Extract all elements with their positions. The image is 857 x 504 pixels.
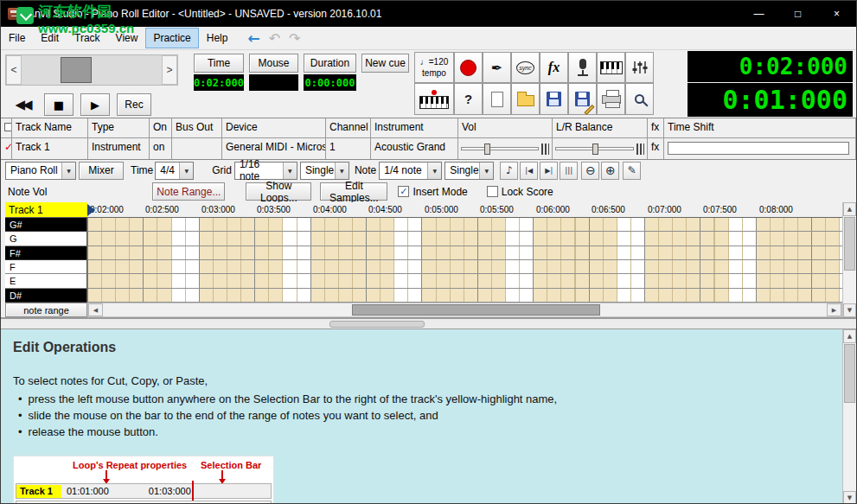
volume-slider[interactable] (461, 147, 539, 150)
volume-thumb[interactable] (484, 144, 490, 155)
save-button[interactable] (540, 83, 568, 115)
sync-button[interactable]: sync (511, 52, 540, 83)
panel-splitter[interactable] (1, 318, 856, 329)
compose-button[interactable]: ✒ (483, 52, 511, 83)
duration-button[interactable]: Duration (304, 54, 356, 73)
chevron-down-icon[interactable]: ▼ (61, 163, 75, 179)
keyboard-view-button[interactable] (597, 52, 625, 83)
time-signature-select[interactable]: 4/4 ▼ (155, 162, 194, 180)
save-as-button[interactable] (568, 83, 597, 115)
piano-key-e[interactable]: E (5, 274, 86, 288)
menu-practice[interactable]: Practice (145, 28, 198, 48)
help-scrollbar-thumb[interactable] (844, 344, 855, 403)
help-vertical-scrollbar[interactable]: ▲ ▼ (842, 329, 856, 504)
title-bar[interactable]: Anvil Studio - Piano Roll Editor - <Unti… (1, 1, 856, 27)
selection-bar[interactable]: 0:02:000 0:02:500 0:03:000 0:03:500 0:04… (87, 202, 842, 217)
scroll-up-icon[interactable]: ▲ (843, 329, 856, 343)
record-keyboard-button[interactable] (414, 83, 454, 115)
note-grid[interactable] (87, 218, 842, 303)
effects-button[interactable]: fx (540, 52, 568, 83)
piano-key-fsharp[interactable]: F# (5, 246, 86, 260)
back-arrow-icon[interactable]: ← (247, 32, 259, 44)
goto-end-button[interactable]: ▶| (540, 162, 558, 180)
view-select[interactable]: Piano Roll ▼ (5, 162, 76, 180)
note-duration-select[interactable]: 1/4 note ▼ (379, 162, 442, 180)
piano-roll-vertical-scrollbar[interactable]: ▲ ▼ (842, 202, 856, 317)
time-button[interactable]: Time (194, 54, 244, 73)
note-mode-select[interactable]: Single ▼ (444, 162, 494, 180)
insert-mode-checkbox[interactable]: ✓ (398, 186, 409, 197)
vertical-scrollbar-thumb[interactable] (844, 217, 855, 271)
help-button[interactable]: ? (454, 83, 483, 115)
scroll-left-icon[interactable]: ◀ (88, 303, 103, 316)
minimize-button[interactable]: — (739, 1, 778, 27)
zoom-button[interactable] (625, 83, 654, 115)
track-bus-out-cell[interactable] (172, 138, 222, 159)
zoom-in-icon[interactable]: ⊕ (601, 162, 619, 180)
song-position-slider[interactable]: < > (5, 54, 178, 86)
pencil-icon[interactable]: ✎ (623, 162, 641, 180)
balance-slider[interactable] (555, 147, 634, 150)
track-type-cell[interactable]: Instrument (88, 138, 150, 159)
slider-thumb[interactable] (61, 57, 92, 83)
balance-thumb[interactable] (592, 144, 598, 155)
track-device-cell[interactable]: General MIDI - Microso (222, 138, 326, 159)
menu-help[interactable]: Help (199, 28, 236, 48)
scroll-right-icon[interactable]: ▶ (827, 303, 841, 316)
piano-key-g[interactable]: G (5, 232, 86, 246)
piano-key-f[interactable]: F (5, 260, 86, 274)
tempo-button[interactable]: ♩=120 tempo (414, 52, 454, 83)
horizontal-scrollbar-thumb[interactable] (352, 304, 600, 316)
piano-key-gsharp[interactable]: G# (5, 218, 86, 232)
redo-icon[interactable]: ↷ (289, 30, 300, 47)
track-instrument-cell[interactable]: Acoustic Grand (371, 138, 458, 159)
track-fx-cell[interactable]: fx (648, 138, 664, 159)
scroll-down-icon[interactable]: ▼ (843, 303, 856, 317)
play-button[interactable]: ▶ (80, 93, 110, 116)
chevron-down-icon[interactable]: ▼ (179, 163, 193, 179)
piano-key-dsharp[interactable]: D# (5, 289, 86, 303)
track-name-cell[interactable]: Track 1 (12, 138, 88, 159)
chevron-down-icon[interactable]: ▼ (283, 163, 297, 179)
goto-start-button[interactable]: |◀ (520, 162, 538, 180)
scroll-up-icon[interactable]: ▲ (843, 202, 856, 216)
edit-samples-button[interactable]: Edit Samples... (320, 182, 387, 201)
time-shift-input[interactable] (668, 142, 849, 155)
metronome-button[interactable]: ♪ (500, 162, 518, 180)
new-file-button[interactable] (483, 83, 511, 115)
zoom-out-icon[interactable]: ⊖ (581, 162, 599, 180)
scroll-down-icon[interactable]: ▼ (843, 491, 856, 504)
chevron-down-icon[interactable]: ▼ (427, 163, 441, 179)
track-on-cell[interactable]: on (150, 138, 172, 159)
grid-note-select[interactable]: 1/16 note ▼ (234, 162, 297, 180)
note-range-button[interactable]: Note Range... (152, 182, 225, 201)
mixer-view-button[interactable] (625, 52, 654, 83)
mouse-button[interactable]: Mouse (249, 54, 298, 73)
menu-file[interactable]: File (1, 28, 33, 48)
menu-edit[interactable]: Edit (33, 28, 67, 48)
chevron-down-icon[interactable]: ▼ (479, 163, 493, 179)
undo-icon[interactable]: ↶ (269, 30, 280, 47)
chevron-down-icon[interactable]: ▼ (335, 163, 349, 179)
splitter-handle[interactable] (329, 321, 425, 328)
slider-right-icon[interactable]: > (162, 55, 177, 85)
record-midi-button[interactable] (454, 52, 483, 83)
maximize-button[interactable]: □ (778, 1, 817, 27)
track-label[interactable]: Track 1 (5, 202, 87, 217)
lock-score-checkbox[interactable] (487, 186, 498, 197)
menu-view[interactable]: View (108, 28, 146, 48)
audio-record-button[interactable] (568, 52, 597, 83)
select-all-header[interactable] (1, 118, 12, 138)
open-file-button[interactable] (511, 83, 540, 115)
new-cue-button[interactable]: New cue (361, 54, 409, 73)
note-range-small-button[interactable]: note range (5, 303, 87, 317)
track-select-cell[interactable]: ✓ (1, 138, 12, 159)
rewind-button[interactable]: ◀◀ (8, 97, 37, 112)
grid-mode-select[interactable]: Single ▼ (300, 162, 349, 180)
mixer-button[interactable]: Mixer (79, 162, 124, 180)
menu-track[interactable]: Track (67, 28, 108, 48)
meter-bars-button[interactable]: ||| (560, 162, 578, 180)
track-channel-cell[interactable]: 1 (326, 138, 371, 159)
slider-left-icon[interactable]: < (6, 55, 22, 85)
slider-track[interactable] (22, 55, 162, 85)
